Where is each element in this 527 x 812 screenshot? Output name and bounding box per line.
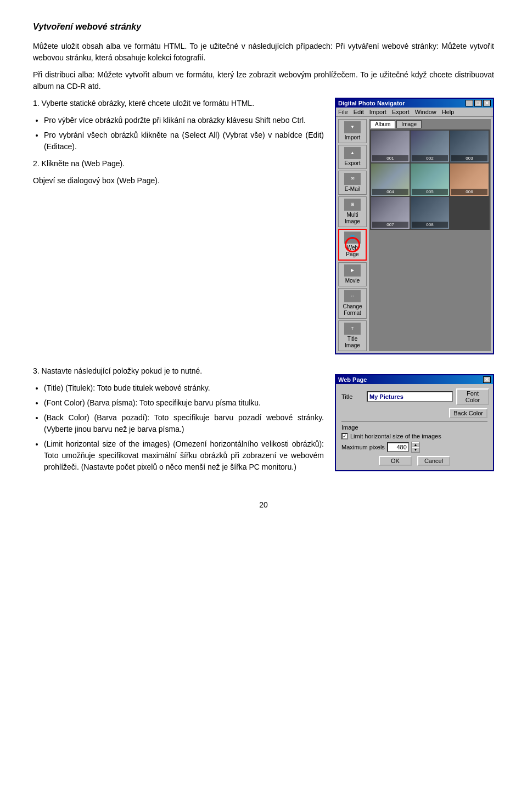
thumb-007[interactable]: 007 — [371, 197, 410, 229]
dpn-tabs: Album Image — [370, 120, 490, 128]
title-input[interactable] — [367, 391, 453, 402]
dpn-title: Digital Photo Navigator — [338, 100, 405, 106]
wp-body: Title Font Color Back Color Image ✓ Limi… — [336, 384, 493, 470]
title-row: Title Font Color — [341, 388, 487, 405]
limit-checkbox-row: ✓ Limit horizontal size of the images — [341, 433, 487, 439]
dpn-minimize-btn[interactable]: _ — [466, 100, 473, 106]
multi-image-icon: ⊞ — [344, 199, 361, 211]
dpn-main-area: Album Image 001 002 003 — [369, 119, 491, 351]
menu-edit[interactable]: Edit — [354, 109, 364, 115]
spinner-down[interactable]: ▼ — [412, 447, 419, 452]
sidebar-title-image[interactable]: T Title Image — [338, 320, 367, 351]
tab-album[interactable]: Album — [370, 120, 395, 128]
change-format-icon: ↔ — [344, 290, 361, 302]
max-pixels-input[interactable] — [387, 442, 409, 452]
image-section-label: Image — [341, 421, 487, 431]
bullet-3: (Title) (Titulek): Toto bude titulek web… — [44, 382, 324, 394]
bullet-4: (Font Color) (Barva písma): Toto specifi… — [44, 397, 324, 409]
movie-icon: ▶ — [344, 264, 361, 277]
sidebar-export[interactable]: ▲ Export — [338, 145, 367, 169]
back-color-row: Back Color — [341, 408, 487, 418]
dpn-close-btn[interactable]: ✕ — [483, 100, 491, 106]
dpn-maximize-btn[interactable]: □ — [474, 100, 482, 106]
wp-title: Web Page — [338, 376, 367, 383]
menu-help[interactable]: Help — [442, 109, 455, 115]
dpn-content: ▼ Import ▲ Export ✉ E-Mail ⊞ Multi Image — [336, 117, 493, 353]
intro-para-2: Při distribuci alba: Můžete vytvořit alb… — [33, 69, 494, 92]
thumb-002[interactable]: 002 — [411, 131, 449, 162]
bullet-1: Pro výběr více obrázků podržte při kliká… — [44, 115, 324, 126]
wp-close-btn[interactable]: ✕ — [483, 376, 491, 383]
bullet-5: (Back Color) (Barva pozadí): Toto specif… — [44, 412, 324, 435]
sidebar-import[interactable]: ▼ Import — [338, 119, 367, 143]
dpn-menubar: File Edit Import Export Window Help — [336, 108, 493, 117]
thumb-008[interactable]: 008 — [411, 197, 449, 229]
page-title: Vytvoření webové stránky — [33, 22, 494, 32]
dpn-window: Digital Photo Navigator _ □ ✕ File Edit … — [335, 98, 494, 354]
dpn-titlebar-buttons: _ □ ✕ — [466, 100, 491, 106]
bullet-2: Pro vybrání všech obrázků klikněte na (S… — [44, 129, 324, 153]
title-field-label: Title — [341, 393, 363, 400]
thumb-004[interactable]: 004 — [371, 163, 410, 195]
export-icon: ▲ — [344, 147, 361, 159]
import-icon: ▼ — [344, 121, 361, 133]
web-page-dialog: Web Page ✕ Title Font Color Back Color I… — [335, 374, 494, 471]
intro-para-1: Můžete uložit obsah alba ve formátu HTML… — [33, 41, 494, 64]
menu-export[interactable]: Export — [392, 109, 410, 115]
sidebar-movie[interactable]: ▶ Movie — [338, 262, 367, 286]
back-color-button[interactable]: Back Color — [449, 408, 487, 418]
wp-titlebar: Web Page ✕ — [336, 375, 493, 384]
step2b-text: Objeví se dialogový box (Web Page). — [33, 175, 324, 187]
step3-intro: 3. Nastavte následující položky pokud je… — [33, 365, 324, 377]
step1-text: 1. Vyberte statické obrázky, které chcet… — [33, 98, 324, 109]
bullet-6: (Limit horizontal size of the images) (O… — [44, 438, 324, 473]
max-pixels-label: Maximum pixels — [341, 444, 385, 450]
cancel-button[interactable]: Cancel — [417, 456, 450, 466]
sidebar-multi-image[interactable]: ⊞ Multi Image — [338, 196, 367, 227]
thumb-001[interactable]: 001 — [371, 131, 410, 162]
thumb-005[interactable]: 005 — [411, 163, 449, 195]
spinner-up[interactable]: ▲ — [412, 442, 419, 447]
font-color-button[interactable]: Font Color — [456, 388, 489, 405]
dpn-sidebar: ▼ Import ▲ Export ✉ E-Mail ⊞ Multi Image — [338, 119, 367, 351]
title-image-icon: T — [344, 323, 361, 335]
step2-text: 2. Klikněte na (Web Page). — [33, 158, 324, 170]
limit-checkbox[interactable]: ✓ — [341, 433, 348, 439]
sidebar-web-page[interactable]: 🌐 Web Page — [338, 229, 367, 261]
page-number: 20 — [33, 500, 494, 509]
web-page-highlight — [345, 237, 360, 252]
dpn-thumbnail-grid: 001 002 003 004 005 — [370, 129, 490, 230]
thumb-006[interactable]: 006 — [450, 163, 489, 195]
ok-button[interactable]: OK — [379, 456, 412, 466]
limit-label: Limit horizontal size of the images — [350, 433, 441, 439]
sidebar-email[interactable]: ✉ E-Mail — [338, 171, 367, 195]
thumb-003[interactable]: 003 — [450, 131, 489, 162]
menu-import[interactable]: Import — [369, 109, 386, 115]
sidebar-change-format[interactable]: ↔ Change Format — [338, 288, 367, 319]
pixels-spinner: ▲ ▼ — [411, 442, 420, 453]
menu-file[interactable]: File — [338, 109, 348, 115]
tab-image[interactable]: Image — [396, 120, 422, 128]
dialog-buttons: OK Cancel — [341, 456, 487, 466]
email-icon: ✉ — [344, 173, 361, 185]
dpn-titlebar: Digital Photo Navigator _ □ ✕ — [336, 99, 493, 108]
menu-window[interactable]: Window — [415, 109, 436, 115]
max-pixels-row: Maximum pixels ▲ ▼ — [341, 442, 487, 453]
